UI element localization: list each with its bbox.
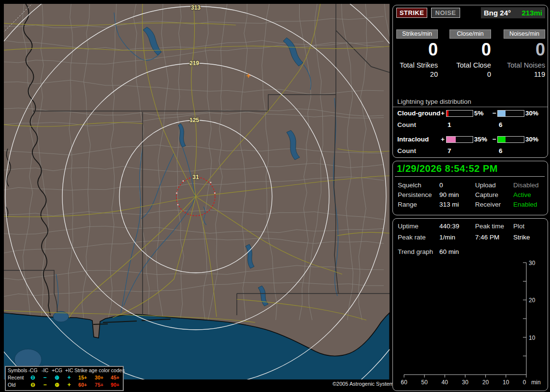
close-per-min-button[interactable]: Close/min <box>449 29 491 39</box>
squelch-value: 0 <box>439 182 443 189</box>
ic-pos-recent-icon: + <box>64 374 74 381</box>
x-tick-50: 50 <box>421 379 428 386</box>
range-value: 313 mi <box>439 201 459 208</box>
trend-chart: 30 20 10 60 50 40 30 20 10 0 min <box>393 260 547 389</box>
receiver-label: Receiver <box>475 201 501 208</box>
ic-negative-count: 6 <box>499 147 503 154</box>
cloud-ground-label: Cloud-ground <box>397 110 440 117</box>
uptime-label: Uptime <box>398 223 419 230</box>
strike-mode-button[interactable]: STRIKE <box>396 8 427 18</box>
squelch-label: Squelch <box>398 182 421 189</box>
upload-status: Disabled <box>513 182 539 189</box>
cg-positive-bar <box>446 110 473 117</box>
cloud-ground-row: Cloud-ground + 5% − 30% <box>393 110 548 117</box>
count-label: Count <box>397 147 416 154</box>
legend-old-row: Old ⊖ − ⊕ + 60+ 75+ 90+ <box>6 381 123 389</box>
ic-neg-old-icon: − <box>40 381 50 389</box>
datetime-display: 1/29/2026 8:54:52 PM <box>397 163 498 174</box>
cg-positive-bar-fill <box>447 111 449 116</box>
close-rate-value: 0 <box>449 40 491 59</box>
trend-panel: Uptime 440:39 Peak time Plot Peak rate 1… <box>392 218 548 391</box>
y-axis-ticks <box>523 263 526 356</box>
legend-recent-label: Recent <box>6 374 26 381</box>
status-panel: 1/29/2026 8:54:52 PM Squelch 0 Upload Di… <box>392 161 548 215</box>
intracloud-row: Intracloud + 35% − 30% <box>393 136 548 143</box>
ic-positive-bar-fill <box>447 137 456 142</box>
cg-positive-pct: 5% <box>474 110 484 117</box>
ic-negative-bar <box>497 136 524 143</box>
noises-per-min-button[interactable]: Noises/min <box>504 29 545 39</box>
ring-label-219: 219 <box>189 60 199 67</box>
x-axis-ticks <box>404 375 526 378</box>
cg-negative-bar-fill <box>498 111 506 116</box>
upload-label: Upload <box>475 182 496 189</box>
noises-rate-value: 0 <box>504 40 545 59</box>
cg-pos-recent-icon: ⊕ <box>50 374 64 381</box>
plus-sign: + <box>441 136 445 143</box>
strikes-rate-value: 0 <box>396 40 438 59</box>
age-code-60: 60+ <box>74 381 91 389</box>
ring-label-313: 313 <box>191 4 201 11</box>
age-code-30: 30+ <box>91 374 107 381</box>
legend-recent-row: Recent ⊖ − ⊕ + 15+ 30+ 45+ <box>6 374 123 381</box>
map-legend: Symbols -CG -IC +CG +IC Strike age color… <box>5 366 124 391</box>
cg-positive-count: 1 <box>448 121 451 128</box>
age-code-15: 15+ <box>74 374 91 381</box>
x-axis-labels: 60 50 40 30 20 10 0 min <box>401 379 540 386</box>
peak-time-label: Peak time <box>475 223 504 230</box>
total-close-value: 0 <box>449 70 491 78</box>
cg-neg-old-icon: ⊖ <box>26 381 40 389</box>
total-close-label: Total Close <box>449 61 491 69</box>
noise-mode-button[interactable]: NOISE <box>431 8 460 18</box>
strikes-counter-column: Strikes/min 0 Total Strikes 20 <box>396 29 438 78</box>
legend-col-ic-pos: +IC <box>64 367 74 374</box>
ic-pos-old-icon: + <box>64 381 74 389</box>
count-label: Count <box>397 121 416 128</box>
legend-header-row: Symbols -CG -IC +CG +IC Strike age color… <box>6 367 123 374</box>
uptime-value: 440:39 <box>439 223 459 230</box>
ring-label-125: 125 <box>189 117 199 124</box>
peak-time-value: 7:46 PM <box>475 234 499 241</box>
x-tick-60: 60 <box>401 379 407 386</box>
peak-rate-value: 1/min <box>439 234 455 241</box>
y-tick-10: 10 <box>529 335 536 341</box>
cg-negative-count: 6 <box>499 121 503 128</box>
legend-symbols-label: Symbols <box>6 367 26 374</box>
strikes-per-min-button[interactable]: Strikes/min <box>396 29 438 39</box>
bearing-distance: 213mi <box>521 9 542 17</box>
bearing-value: Bng 24° <box>484 9 511 17</box>
cg-negative-bar <box>497 110 524 117</box>
legend-col-ic-neg: -IC <box>40 367 50 374</box>
noises-counter-column: Noises/min 0 Total Noises 119 <box>504 29 545 78</box>
close-counter-column: Close/min 0 Total Close 0 <box>449 29 491 78</box>
total-strikes-value: 20 <box>396 70 438 78</box>
y-tick-30: 30 <box>529 260 536 266</box>
plot-label: Plot <box>513 223 524 230</box>
legend-col-cg-pos: +CG <box>50 367 64 374</box>
map-canvas[interactable]: 313 219 125 31 + <box>4 4 390 379</box>
trend-graph-label: Trend graph <box>398 248 433 255</box>
trend-graph-window: 60 min <box>439 248 459 255</box>
ic-positive-count: 7 <box>448 147 451 154</box>
plot-mode-value: Strike <box>513 234 530 241</box>
plus-sign: + <box>441 110 445 117</box>
legend-old-label: Old <box>6 381 26 389</box>
copyright-text: ©2005 Astrogenic Systems <box>333 381 396 387</box>
age-code-75: 75+ <box>91 381 107 389</box>
persistence-value: 90 min <box>439 191 459 198</box>
ic-negative-pct: 30% <box>525 136 538 143</box>
x-axis-unit: min <box>531 379 540 386</box>
receiver-status: Enabled <box>513 201 537 208</box>
strike-marker-icon: + <box>246 71 250 80</box>
app-window: 313 219 125 31 + Symbols -CG -IC +CG +IC… <box>0 0 550 392</box>
ic-neg-recent-icon: − <box>40 374 50 381</box>
age-code-45: 45+ <box>107 374 123 381</box>
x-tick-30: 30 <box>462 379 469 386</box>
strike-counters-panel: STRIKE NOISE Bng 24° 213mi Strikes/min 0… <box>392 5 548 158</box>
y-axis-labels: 30 20 10 <box>529 260 536 341</box>
datetime-divider <box>395 176 545 177</box>
ring-label-31: 31 <box>192 174 199 181</box>
bearing-readout: Bng 24° 213mi <box>481 7 545 18</box>
x-tick-20: 20 <box>482 379 489 386</box>
intracloud-label: Intracloud <box>397 136 429 143</box>
